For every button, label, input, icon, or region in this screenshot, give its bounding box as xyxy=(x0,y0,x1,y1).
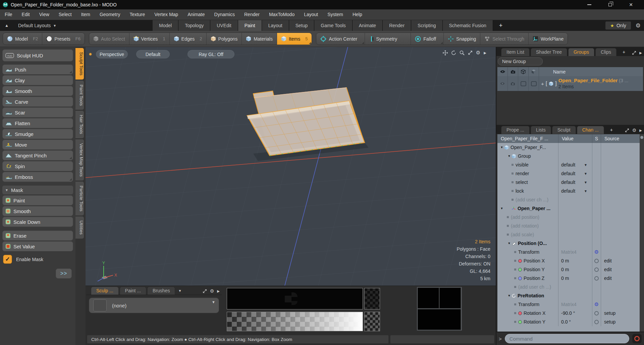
tab-sculpt[interactable]: Sculpt xyxy=(552,126,576,134)
viewport-state-dot[interactable] xyxy=(89,53,92,56)
channel-row-prerotation-group[interactable]: ▼ PreRotation xyxy=(497,291,640,300)
tool-emboss[interactable]: Emboss xyxy=(2,172,73,182)
expand-tools-button[interactable]: >> xyxy=(56,268,72,279)
keyframe-circle-icon[interactable] xyxy=(594,311,599,315)
channel-row-group[interactable]: ▼ Group xyxy=(497,152,640,160)
add-tab-button[interactable]: + xyxy=(605,126,618,134)
tool-clay[interactable]: Clay xyxy=(2,75,73,85)
collapse-toolbar-button[interactable]: ▲ xyxy=(0,20,13,31)
chevron-down-icon[interactable]: ▼ xyxy=(178,289,181,293)
layout-tab-uvedit[interactable]: UVEdit xyxy=(210,20,238,31)
menu-texture[interactable]: Texture xyxy=(125,9,150,20)
tool-push[interactable]: Push xyxy=(2,64,73,75)
group-row-open-paper-file-folder[interactable]: + [ ] Open_Paper_File_Folder (3 ... 2 It… xyxy=(497,76,643,91)
maximize-icon[interactable] xyxy=(468,50,473,55)
visibility-toggle[interactable] xyxy=(497,76,508,91)
gear-icon[interactable]: ⚙ xyxy=(594,249,599,255)
layout-tab-layout[interactable]: Layout xyxy=(262,20,289,31)
keyframe-circle-icon[interactable] xyxy=(594,267,599,272)
tool-tangent-pinch[interactable]: Tangent Pinch xyxy=(2,150,73,160)
channel-row-visible[interactable]: visible default▼ xyxy=(497,160,640,169)
channels-source-header[interactable]: Source xyxy=(601,134,640,143)
pan-icon[interactable] xyxy=(443,50,448,55)
channel-row-lock[interactable]: lock default▼ xyxy=(497,187,640,195)
mask-tool-smooth[interactable]: Smooth xyxy=(2,206,73,216)
menu-system[interactable]: System xyxy=(323,9,348,20)
chevron-down-icon[interactable]: ▼ xyxy=(584,189,587,193)
select-through-button[interactable]: Select Through xyxy=(480,33,529,45)
polygons-mode-button[interactable]: Polygons xyxy=(207,33,242,45)
tab-lists[interactable]: Lists xyxy=(531,126,551,134)
channel-row-select[interactable]: select default▼ xyxy=(497,178,640,187)
sculpt-hud-button[interactable]: HUD Sculpt HUD xyxy=(2,49,73,61)
edges-mode-button[interactable]: Edges2 xyxy=(170,33,207,45)
channel-row-transform[interactable]: Transform Matrix4 ⚙ xyxy=(497,248,640,256)
collapse-triangle-icon[interactable]: ▼ xyxy=(499,146,504,149)
auto-select-button[interactable]: Auto Select xyxy=(89,33,129,45)
mask-tool-paint[interactable]: Paint xyxy=(2,195,73,205)
workplane-button[interactable]: WorkPlane xyxy=(529,33,568,45)
vtab-sculpt-tools[interactable]: Sculpt Tools xyxy=(75,48,84,80)
gradient-strip[interactable] xyxy=(227,312,363,331)
tool-spin[interactable]: Spin xyxy=(2,161,73,171)
command-input[interactable]: Command xyxy=(505,334,629,343)
gear-icon[interactable]: ⚙ xyxy=(210,288,214,294)
layout-tab-paint[interactable]: Paint xyxy=(238,20,262,31)
vertices-mode-button[interactable]: Vertices1 xyxy=(129,33,170,45)
mask-tool-erase[interactable]: Erase xyxy=(2,231,73,241)
channel-row-locator[interactable]: ▼ Open_Paper ... xyxy=(497,204,640,213)
new-group-button[interactable]: New Group xyxy=(498,57,543,65)
layout-tab-setup[interactable]: Setup xyxy=(289,20,315,31)
menu-animate[interactable]: Animate xyxy=(183,9,209,20)
expand-plus-icon[interactable]: + xyxy=(541,81,544,87)
vtab-particle-tools[interactable]: Particle Tools xyxy=(75,182,84,215)
keyframe-circle-icon[interactable] xyxy=(594,259,599,263)
color-swatch[interactable] xyxy=(418,309,461,330)
scrollbar-thumb[interactable] xyxy=(640,136,643,139)
channel-row-position-z[interactable]: Position Z 0 m edit xyxy=(497,274,640,283)
channel-row-rotation-x[interactable]: Rotation X -90.0 ° setup xyxy=(497,309,640,317)
ghost-toggle[interactable] xyxy=(518,76,529,91)
tool-move[interactable]: Move xyxy=(2,140,73,150)
menu-view[interactable]: View xyxy=(35,9,54,20)
layout-tab-model[interactable]: Model xyxy=(153,20,178,31)
collapse-triangle-icon[interactable]: ▼ xyxy=(507,242,512,245)
alpha-checker-dark[interactable] xyxy=(364,288,380,309)
menu-render[interactable]: Render xyxy=(239,9,264,20)
mask-tool-scale-down[interactable]: Scale Down xyxy=(2,217,73,227)
maximize-icon[interactable] xyxy=(625,128,629,133)
menu-vertex-map[interactable]: Vertex Map xyxy=(150,9,183,20)
enable-mask-checkbox[interactable]: ✓ xyxy=(3,255,12,264)
menu-file[interactable]: File xyxy=(0,9,17,20)
panel-arrow-icon[interactable]: ▶ xyxy=(639,129,642,132)
tool-smudge[interactable]: Smudge xyxy=(2,129,73,139)
gear-icon[interactable]: ⚙ xyxy=(632,128,637,133)
tab-channels[interactable]: Chan ... xyxy=(577,126,604,134)
snapping-button[interactable]: Snapping xyxy=(444,33,480,45)
menu-help[interactable]: Help xyxy=(348,9,367,20)
add-tab-button[interactable]: + xyxy=(618,48,630,56)
channel-row-position-group[interactable]: ▼ Position (O... xyxy=(497,239,640,248)
alpha-checker-gray[interactable] xyxy=(364,312,380,331)
channel-row-rotation-y[interactable]: Rotation Y 0.0 ° setup xyxy=(497,317,640,326)
orbit-icon[interactable] xyxy=(451,50,456,55)
locator-toggle[interactable] xyxy=(529,76,539,91)
maximize-button[interactable] xyxy=(600,0,621,9)
viewport-3d[interactable]: Perspective Default Ray GL: Off ⚙ ▶ 2 It… xyxy=(86,47,496,286)
shading-style-button[interactable]: Default xyxy=(136,50,170,58)
menu-geometry[interactable]: Geometry xyxy=(95,9,125,20)
render-toggle[interactable] xyxy=(508,76,518,91)
color-swatch[interactable] xyxy=(439,288,461,308)
tab-shader-tree[interactable]: Shader Tree xyxy=(531,48,567,56)
tab-item-list[interactable]: Item List xyxy=(501,48,530,56)
keyframe-circle-icon[interactable] xyxy=(594,276,599,281)
layout-tab-animate[interactable]: Animate xyxy=(353,20,383,31)
zoom-icon[interactable] xyxy=(460,50,465,55)
menu-maxtomodo[interactable]: MaxToModo xyxy=(264,9,299,20)
channel-row-transform[interactable]: Transform Matrix4 ⚙ xyxy=(497,300,640,309)
channel-row-add-scale[interactable]: (add scale) xyxy=(497,230,640,239)
vtab-hair-tools[interactable]: Hair Tools xyxy=(75,111,84,138)
panel-arrow-icon[interactable]: ▶ xyxy=(217,289,220,293)
tab-paint[interactable]: Paint ... xyxy=(120,287,146,295)
channel-row-add-user-channel[interactable]: (add user ch ...) xyxy=(497,195,640,204)
